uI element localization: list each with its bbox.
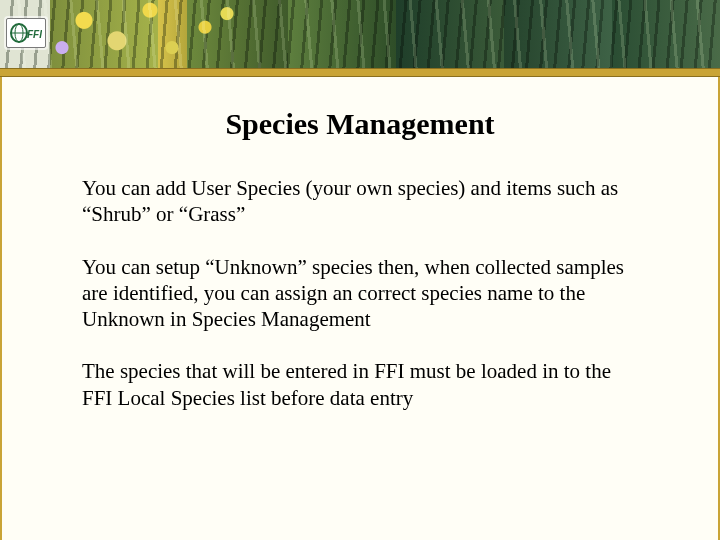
paragraph-2: You can setup “Unknown” species then, wh… [82, 254, 638, 333]
paragraph-3: The species that will be entered in FFI … [82, 358, 638, 411]
banner-flowers-decoration [40, 0, 260, 68]
slide-body: Species Management You can add User Spec… [0, 77, 720, 540]
paragraph-1: You can add User Species (your own speci… [82, 175, 638, 228]
slide-text-block: You can add User Species (your own speci… [62, 175, 658, 411]
slide-title: Species Management [62, 107, 658, 141]
svg-text:FFI: FFI [27, 29, 42, 40]
ffi-logo: FFI [6, 18, 46, 48]
ffi-logo-icon: FFI [10, 22, 42, 44]
gold-divider-bar [0, 68, 720, 77]
header-banner: FFI [0, 0, 720, 68]
